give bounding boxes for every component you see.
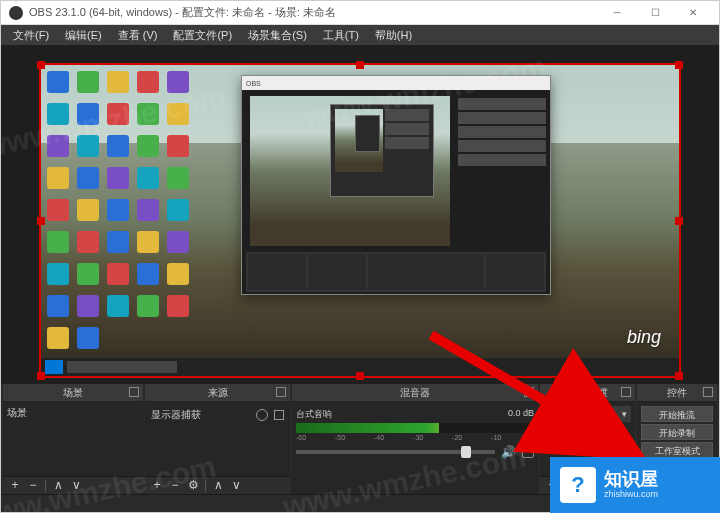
nested-window-2 [330,104,434,197]
scene-item[interactable]: 场景 [7,406,139,420]
panel-sources: 来源 显示器捕获 + − ⚙ ∧ ∨ [145,384,290,494]
panel-sources-header: 来源 [145,384,290,402]
nested-window-1: OBS [241,75,551,295]
resize-handle[interactable] [356,372,364,380]
bing-logo: bing [627,327,661,348]
app-body: bing OBS [1,45,719,512]
start-record-button[interactable]: 开始录制 [641,424,713,440]
meter-ticks: -60-50-40-30-20-100 [296,434,534,441]
menu-help[interactable]: 帮助(H) [367,26,420,45]
menu-tools[interactable]: 工具(T) [315,26,367,45]
resize-handle[interactable] [37,372,45,380]
resize-handle[interactable] [37,217,45,225]
menu-scene-collection[interactable]: 场景集合(S) [240,26,315,45]
app-window: OBS 23.1.0 (64-bit, windows) - 配置文件: 未命名… [0,0,720,513]
brand-url: zhishiwu.com [604,490,658,500]
popout-icon[interactable] [276,387,286,397]
popout-icon[interactable] [703,387,713,397]
add-scene-button[interactable]: + [7,479,23,493]
desktop-icons [47,71,193,357]
nested-titlebar: OBS [242,76,550,90]
resize-handle[interactable] [675,61,683,69]
panel-scenes: 场景 场景 + − ∧ ∨ [3,384,143,494]
popout-icon[interactable] [621,387,631,397]
source-item[interactable]: 显示器捕获 [149,406,286,424]
mixer-track: 台式音响 0.0 dB -60-50-40-30-20-100 🔊 [296,408,534,459]
minimize-button[interactable]: ─ [599,2,635,24]
mixer-track-name: 台式音响 [296,408,332,421]
nested-preview [250,96,450,246]
source-up-button[interactable]: ∧ [210,479,226,493]
panel-mixer: 混音器 台式音响 0.0 dB -60-50-40-30-20-100 [292,384,538,494]
brand-name: 知识屋 [604,470,658,490]
nested-controls [458,98,546,246]
scenes-list[interactable]: 场景 [3,402,143,476]
menubar: 文件(F) 编辑(E) 查看 (V) 配置文件(P) 场景集合(S) 工具(T)… [1,25,719,45]
remove-source-button[interactable]: − [167,479,183,493]
app-icon [9,6,23,20]
mixer-level: 0.0 dB [508,408,534,421]
slider-knob[interactable] [461,446,471,458]
panel-transitions-header: 场景过渡 [540,384,635,402]
close-button[interactable]: ✕ [675,2,711,24]
menu-view[interactable]: 查看 (V) [110,26,166,45]
audio-meter [296,423,534,433]
volume-slider[interactable] [296,450,495,454]
track-settings-button[interactable] [522,446,534,458]
popout-icon[interactable] [129,387,139,397]
brand-overlay: ? 知识屋 zhishiwu.com [550,457,720,513]
panel-mixer-header: 混音器 [292,384,538,402]
nested-panels [246,252,546,292]
resize-handle[interactable] [356,61,364,69]
panel-scenes-header: 场景 [3,384,143,402]
resize-handle[interactable] [675,372,683,380]
titlebar: OBS 23.1.0 (64-bit, windows) - 配置文件: 未命名… [1,1,719,25]
resize-handle[interactable] [37,61,45,69]
panel-controls-header: 控件 [637,384,717,402]
source-label: 显示器捕获 [151,408,201,422]
transition-select[interactable]: 淡出 ▾ [544,406,631,422]
source-down-button[interactable]: ∨ [228,479,244,493]
taskbar-search [67,361,177,373]
scene-down-button[interactable]: ∨ [68,479,84,493]
menu-edit[interactable]: 编辑(E) [57,26,110,45]
brand-icon: ? [560,467,596,503]
remove-scene-button[interactable]: − [25,479,41,493]
sources-list[interactable]: 显示器捕获 [145,402,290,476]
preview-canvas[interactable]: bing OBS [39,63,681,378]
menu-profile[interactable]: 配置文件(P) [165,26,240,45]
preview-area: bing OBS [1,45,719,384]
visibility-icon[interactable] [256,409,268,421]
start-stream-button[interactable]: 开始推流 [641,406,713,422]
scene-up-button[interactable]: ∧ [50,479,66,493]
resize-handle[interactable] [675,217,683,225]
nested-window-3 [355,115,380,152]
lock-icon[interactable] [274,410,284,420]
popout-icon[interactable] [524,387,534,397]
window-title: OBS 23.1.0 (64-bit, windows) - 配置文件: 未命名… [29,5,336,20]
transition-selected: 淡出 [548,408,566,421]
studio-mode-button[interactable]: 工作室模式 [641,442,713,458]
captured-desktop: bing OBS [41,65,679,376]
source-settings-button[interactable]: ⚙ [185,479,201,493]
maximize-button[interactable]: ☐ [637,2,673,24]
add-source-button[interactable]: + [149,479,165,493]
speaker-icon[interactable]: 🔊 [501,445,516,459]
start-icon [45,360,63,374]
menu-file[interactable]: 文件(F) [5,26,57,45]
chevron-down-icon: ▾ [622,409,627,419]
